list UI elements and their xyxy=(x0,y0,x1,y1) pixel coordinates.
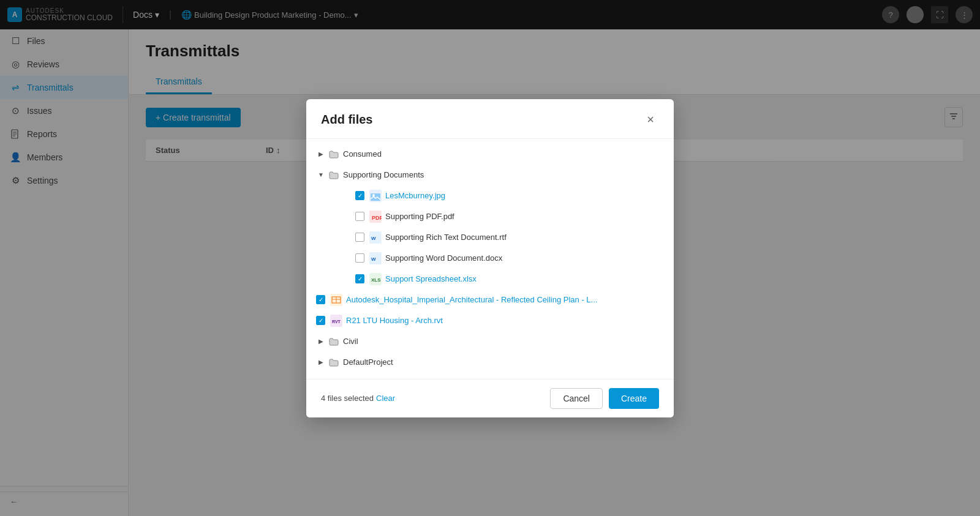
chevron-supporting-docs: ▼ xyxy=(316,170,326,180)
folder-civil-label: Civil xyxy=(343,337,358,346)
create-button[interactable]: Create xyxy=(609,388,659,409)
file-supporting-docx-label: Supporting Word Document.docx xyxy=(385,253,502,263)
file-supporting-pdf[interactable]: PDF Supporting PDF.pdf xyxy=(306,206,674,227)
folder-consumed[interactable]: ▶ Consumed xyxy=(306,144,674,165)
file-r21-rvt[interactable]: ✓ RVT R21 LTU Housing - Arch.rvt xyxy=(306,310,674,331)
folder-supporting-docs[interactable]: ▼ Supporting Documents xyxy=(306,165,674,185)
chevron-consumed: ▶ xyxy=(316,149,326,159)
file-hospital-label: Autodesk_Hospital_Imperial_Architectural… xyxy=(346,295,597,304)
file-hospital[interactable]: ✓ Autodesk_Hospital_Imperial_Architectur… xyxy=(306,290,674,310)
file-pdf-icon: PDF xyxy=(369,211,382,223)
folder-supporting-docs-label: Supporting Documents xyxy=(343,170,424,179)
file-supporting-pdf-label: Supporting PDF.pdf xyxy=(385,212,454,221)
folder-images[interactable]: ▶ Images xyxy=(306,373,674,379)
file-supporting-rtf[interactable]: W Supporting Rich Text Document.rtf xyxy=(306,227,674,248)
folder-defaultproject[interactable]: ▶ DefaultProject xyxy=(306,352,674,373)
file-tree: ▶ Consumed ▼ Supporting Documents xyxy=(306,139,674,379)
file-docx-icon: W xyxy=(369,252,382,264)
file-rtf-icon: W xyxy=(369,231,382,244)
folder-civil-icon xyxy=(328,336,339,347)
svg-text:RVT: RVT xyxy=(332,320,341,324)
file-support-xlsx[interactable]: ✓ XLS Support Spreadsheet.xlsx xyxy=(306,269,674,290)
file-support-xlsx-label: Support Spreadsheet.xlsx xyxy=(385,274,477,283)
file-lesmcburney[interactable]: ✓ LesMcburney.jpg xyxy=(306,185,674,206)
file-r21-rvt-label: R21 LTU Housing - Arch.rvt xyxy=(346,316,443,325)
cancel-button[interactable]: Cancel xyxy=(550,388,603,409)
files-selected-count: 4 files selected xyxy=(321,394,374,403)
add-files-dialog: Add files × ▶ Consumed ▼ xyxy=(306,99,674,417)
folder-consumed-label: Consumed xyxy=(343,149,382,159)
checkbox-support-xlsx[interactable]: ✓ xyxy=(355,274,364,283)
file-supporting-docx[interactable]: W Supporting Word Document.docx xyxy=(306,248,674,269)
footer-actions: Cancel Create xyxy=(550,388,659,409)
svg-text:W: W xyxy=(371,256,376,262)
file-xlsx-icon: XLS xyxy=(369,273,382,285)
checkbox-supporting-pdf[interactable] xyxy=(355,212,364,221)
folder-civil[interactable]: ▶ Civil xyxy=(306,331,674,352)
dialog-title: Add files xyxy=(321,113,372,127)
clear-selection-link[interactable]: Clear xyxy=(376,394,395,403)
file-lesmcburney-label: LesMcburney.jpg xyxy=(385,191,445,200)
modal-overlay: Add files × ▶ Consumed ▼ xyxy=(0,0,980,516)
folder-supporting-docs-icon xyxy=(328,170,339,181)
checkbox-r21-rvt[interactable]: ✓ xyxy=(316,316,325,325)
svg-text:XLS: XLS xyxy=(371,277,381,283)
folder-consumed-icon xyxy=(328,149,339,160)
checkbox-hospital[interactable]: ✓ xyxy=(316,295,325,304)
dialog-body: ▶ Consumed ▼ Supporting Documents xyxy=(306,139,674,379)
chevron-civil: ▶ xyxy=(316,337,326,346)
svg-rect-8 xyxy=(371,193,380,201)
svg-text:PDF: PDF xyxy=(372,215,382,221)
checkbox-supporting-rtf[interactable] xyxy=(355,233,364,242)
file-supporting-rtf-label: Supporting Rich Text Document.rtf xyxy=(385,233,507,242)
checkbox-supporting-docx[interactable] xyxy=(355,253,364,263)
file-rvt-icon: RVT xyxy=(330,315,342,327)
dialog-close-button[interactable]: × xyxy=(642,111,659,129)
file-lesmcburney-icon xyxy=(369,190,382,202)
file-hospital-icon xyxy=(330,294,342,306)
folder-defaultproject-icon xyxy=(328,357,339,368)
svg-text:W: W xyxy=(371,236,376,241)
chevron-defaultproject: ▶ xyxy=(316,357,326,367)
folder-defaultproject-label: DefaultProject xyxy=(343,357,393,367)
dialog-header: Add files × xyxy=(306,99,674,139)
dialog-footer: 4 files selected Clear Cancel Create xyxy=(306,379,674,417)
checkbox-lesmcburney[interactable]: ✓ xyxy=(355,191,364,200)
